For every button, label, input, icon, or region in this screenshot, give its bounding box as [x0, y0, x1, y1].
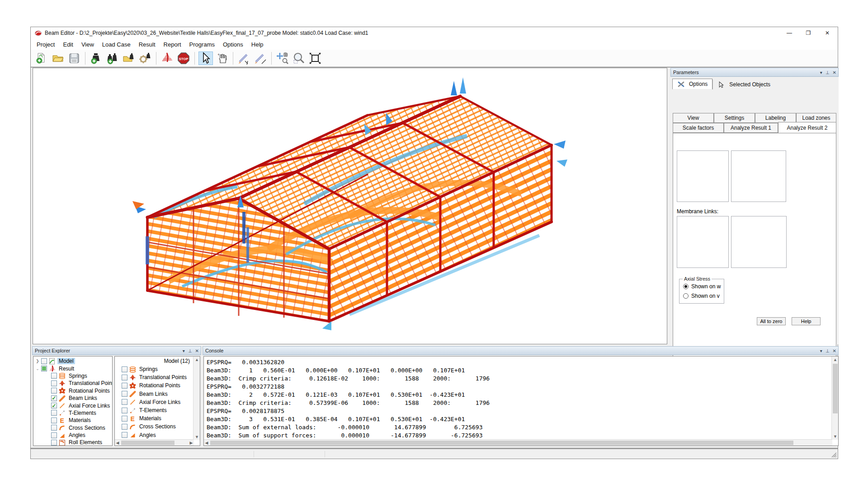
zoom-extents-icon[interactable]: [308, 52, 322, 65]
model-list-item-rotational-points[interactable]: Rotational Points: [120, 381, 200, 389]
tab-selected-objects[interactable]: Selected Objects: [712, 80, 775, 89]
checkbox-unchecked[interactable]: [51, 388, 57, 394]
panel-menu-icon[interactable]: ▾: [183, 349, 185, 353]
open-load-case-icon[interactable]: [122, 52, 136, 65]
console-vscrollbar[interactable]: ▲ ▼: [831, 357, 838, 440]
pan-hand-icon[interactable]: +: [215, 52, 229, 65]
panel-menu-icon[interactable]: ▾: [820, 70, 822, 75]
help-button[interactable]: Help: [792, 317, 821, 325]
close-panel-icon[interactable]: ✕: [833, 349, 836, 353]
model-list-item-translational-points[interactable]: Translational Points: [120, 373, 200, 381]
model-list-item-angles[interactable]: Angles: [120, 431, 200, 439]
checkbox-unchecked[interactable]: [51, 380, 57, 386]
tree-item-translational-points[interactable]: Translational Points: [33, 380, 112, 387]
panel-menu-icon[interactable]: ▾: [820, 349, 822, 353]
pin-icon[interactable]: ⊥: [188, 349, 192, 353]
menu-view[interactable]: View: [77, 40, 98, 49]
model-viewport[interactable]: [33, 68, 667, 344]
model-list-vscrollbar[interactable]: ▲ ▼: [193, 357, 200, 440]
expander-icon[interactable]: ⌄: [35, 366, 40, 371]
checkbox-unchecked[interactable]: [41, 358, 47, 364]
menu-project[interactable]: Project: [33, 40, 59, 49]
project-explorer-titlebar[interactable]: Project Explorer ▾ ⊥ ✕: [32, 346, 201, 355]
tree-item-beam-links[interactable]: ✓Beam Links: [33, 394, 112, 402]
pin-icon[interactable]: ⊥: [826, 70, 830, 75]
checkbox-unchecked[interactable]: [51, 418, 57, 423]
close-panel-icon[interactable]: ✕: [833, 70, 836, 75]
tree-item-model[interactable]: ❯Model: [33, 357, 112, 365]
scroll-right-icon[interactable]: ▶: [189, 440, 194, 446]
radio-shown-on-v[interactable]: Shown on v: [683, 293, 720, 299]
tree-item-axial-force-links[interactable]: ✓Axial Force Links: [33, 402, 112, 409]
model-list-item-springs[interactable]: Springs: [120, 365, 200, 373]
zoom-icon[interactable]: [292, 52, 306, 65]
tab-load-zones[interactable]: Load zones: [796, 113, 836, 123]
tree-item-result[interactable]: ⌄Result: [33, 365, 112, 372]
stop-icon[interactable]: STOP: [176, 52, 191, 65]
model-list-pane[interactable]: Model (12) SpringsTranslational PointsRo…: [114, 356, 200, 446]
tab-analyze-result-2[interactable]: Analyze Result 2: [778, 122, 836, 133]
all-to-zero-button[interactable]: All to zero: [757, 317, 786, 325]
menu-report[interactable]: Report: [160, 40, 185, 49]
project-tree-pane[interactable]: ❯Model⌄ResultSpringsTranslational Points…: [33, 356, 113, 446]
menu-edit[interactable]: Edit: [59, 40, 77, 49]
checkbox-checked[interactable]: ✓: [51, 395, 57, 401]
tab-options[interactable]: Options: [672, 79, 712, 89]
close-button[interactable]: ✕: [818, 27, 837, 39]
scroll-left-icon[interactable]: ◀: [115, 440, 120, 446]
console-hscrollbar[interactable]: ◀: [204, 439, 832, 446]
checkbox-unchecked[interactable]: [122, 375, 127, 380]
tree-item-rotational-points[interactable]: Rotational Points: [33, 387, 112, 394]
model-list-item-cross-sections[interactable]: Cross Sections: [120, 422, 200, 431]
checkbox-unchecked[interactable]: [122, 416, 127, 422]
checkbox-unchecked[interactable]: [51, 432, 57, 438]
minimize-button[interactable]: —: [780, 27, 799, 39]
scroll-left-icon[interactable]: ◀: [204, 440, 209, 446]
expander-icon[interactable]: ❯: [35, 359, 40, 363]
tree-item-angles[interactable]: Angles: [33, 432, 112, 439]
tree-item-cross-sections[interactable]: Cross Sections: [33, 424, 112, 432]
parameters-titlebar[interactable]: Parameters ▾ ⊥ ✕: [670, 68, 839, 77]
new-project-icon[interactable]: [34, 52, 49, 65]
scroll-up-icon[interactable]: ▲: [193, 357, 200, 363]
model-list-item-axial-force-links[interactable]: Axial Force Links: [120, 398, 200, 406]
pan-zoom-rotate-icon[interactable]: [275, 52, 290, 65]
checkbox-unchecked[interactable]: [51, 410, 57, 416]
draw-link-icon[interactable]: [253, 52, 268, 65]
model-list-item-beam-links[interactable]: Beam Links: [120, 390, 200, 398]
tree-item-roll-elements[interactable]: Roll Elements: [33, 439, 112, 446]
model-list-hscrollbar[interactable]: ◀ ▶: [115, 439, 194, 446]
tab-settings[interactable]: Settings: [714, 113, 755, 123]
radio-shown-on-w[interactable]: Shown on w: [683, 283, 721, 290]
checkbox-partial[interactable]: [41, 366, 47, 371]
tree-item-t-elements[interactable]: T-Elements: [33, 409, 112, 417]
add-load-case-icon[interactable]: [89, 52, 104, 65]
tab-scale-factors[interactable]: Scale factors: [673, 123, 724, 133]
menu-result[interactable]: Result: [135, 40, 160, 49]
checkbox-unchecked[interactable]: [122, 366, 127, 372]
tree-item-materials[interactable]: EMaterials: [33, 417, 112, 424]
tab-labeling[interactable]: Labeling: [755, 113, 796, 123]
menu-options[interactable]: Options: [219, 40, 247, 49]
checkbox-unchecked[interactable]: [122, 383, 127, 389]
select-cursor-icon[interactable]: [198, 52, 213, 65]
checkbox-unchecked[interactable]: [122, 432, 127, 438]
checkbox-unchecked[interactable]: [51, 425, 57, 431]
checkbox-unchecked[interactable]: [51, 373, 57, 379]
model-list-item-materials[interactable]: EMaterials: [120, 414, 200, 422]
tree-item-springs[interactable]: Springs: [33, 372, 112, 380]
load-settings-icon[interactable]: [138, 52, 152, 65]
tab-view[interactable]: View: [673, 113, 714, 123]
checkbox-checked[interactable]: ✓: [51, 403, 57, 408]
save-project-icon[interactable]: [67, 52, 81, 65]
tab-analyze-result-1[interactable]: Analyze Result 1: [724, 123, 778, 133]
checkbox-unchecked[interactable]: [122, 424, 127, 430]
checkbox-unchecked[interactable]: [122, 391, 127, 397]
model-list-item-t-elements[interactable]: T-Elements: [120, 406, 200, 414]
close-panel-icon[interactable]: ✕: [195, 349, 199, 353]
menu-load-case[interactable]: Load Case: [98, 40, 135, 49]
menu-programs[interactable]: Programs: [185, 40, 219, 49]
checkbox-unchecked[interactable]: [122, 399, 127, 405]
scroll-down-icon[interactable]: ▼: [832, 433, 839, 440]
title-bar[interactable]: Beam Editor - D:\2_Projekte\Easy\2020\03…: [31, 27, 838, 39]
